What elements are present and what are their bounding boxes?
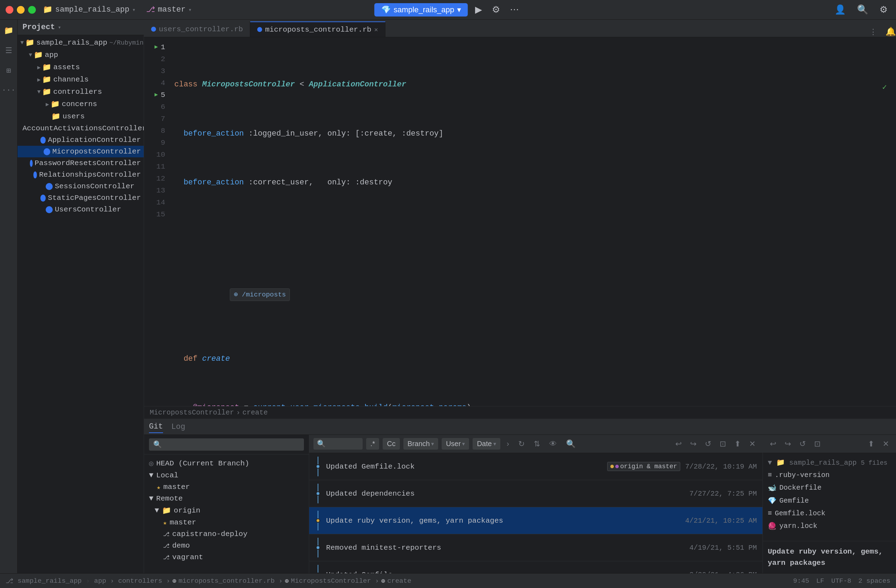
commit-item-2[interactable]: Updated dependencies 7/27/22, 7:25 PM (309, 480, 762, 507)
git-expand-icon[interactable]: ⬆ (865, 438, 877, 450)
tree-item-account-activations[interactable]: AccountActivationsController (18, 123, 144, 134)
git-folder-name: sample_rails_app (789, 459, 856, 467)
project-selector[interactable]: 📁 sample_rails_app ▾ (43, 5, 136, 14)
status-project[interactable]: sample_rails_app (18, 577, 82, 585)
code-content[interactable]: class MicropostsController < Application… (169, 37, 896, 406)
git-file-ruby-version[interactable]: ≡ .ruby-version (763, 469, 896, 481)
run-config-button[interactable]: 💎 sample_rails_app ▾ (374, 3, 468, 17)
git-head-item[interactable]: ◎ HEAD (Current Branch) (144, 457, 309, 470)
git-view-icon[interactable]: ⊡ (811, 438, 823, 450)
minimize-button[interactable] (17, 6, 24, 14)
git-local-master[interactable]: ★ master (144, 481, 309, 493)
line-num-11: 11 (144, 161, 165, 173)
tree-item-controllers[interactable]: ▼ 📁 controllers (18, 86, 144, 98)
tree-item-assets[interactable]: ▶ 📁 assets (18, 61, 144, 73)
close-button[interactable] (6, 6, 13, 14)
commit-msg-5: Updated Gemfile (326, 571, 684, 574)
git-file-gemfile[interactable]: 💎 Gemfile (763, 494, 896, 507)
view-icon[interactable]: ⊡ (717, 438, 729, 450)
tree-item-channels[interactable]: ▶ 📁 channels (18, 73, 144, 86)
redo-icon[interactable]: ↪ (687, 438, 699, 450)
close-panel-icon[interactable]: ✕ (746, 438, 758, 450)
undo-icon[interactable]: ↩ (672, 438, 684, 450)
notification-bell-icon[interactable]: 🔔 (885, 27, 896, 37)
status-git-icon[interactable]: ⎇ (6, 577, 13, 585)
search-commits-icon[interactable]: 🔍 (563, 438, 578, 450)
sidebar-icon-modules[interactable]: ⊞ (4, 64, 13, 78)
search-icon[interactable]: 🔍 (854, 3, 871, 17)
expand-up-icon[interactable]: ⬆ (731, 438, 744, 450)
tab-more-button[interactable]: ⋮ (864, 27, 883, 37)
tree-item-app[interactable]: ▼ 📁 app (18, 49, 144, 61)
refresh-icon[interactable]: ↻ (515, 438, 527, 450)
tree-item-users-controller[interactable]: UsersController (18, 204, 144, 215)
tab-close-icon[interactable]: ✕ (374, 26, 378, 34)
git-origin-master[interactable]: ★ master (144, 517, 309, 528)
git-right-right-tools: ⬆ ✕ (865, 438, 892, 450)
git-file-yarn-lock[interactable]: 🧶 yarn.lock (763, 519, 896, 533)
commit-item-5[interactable]: Updated Gemfile 3/30/21, 4:36 PM (309, 561, 762, 573)
tree-root[interactable]: ▼ 📁 sample_rails_app ~/RubymineProjects (18, 37, 144, 49)
git-origin-group[interactable]: ▼ 📁 origin (144, 504, 309, 517)
sidebar-icon-structure[interactable]: ☰ (3, 44, 14, 58)
commit-item-3[interactable]: Update ruby version, gems, yarn packages… (309, 507, 762, 534)
date-filter-button[interactable]: Date ▾ (472, 438, 500, 449)
status-method-icon: ⊕ (381, 577, 385, 585)
git-remote-group[interactable]: ▼ Remote (144, 493, 309, 504)
profile-icon[interactable]: 👤 (832, 3, 849, 17)
run-button[interactable]: ▶ (472, 3, 485, 17)
regex-filter-button[interactable]: .* (366, 438, 379, 449)
star-icon-master: ★ (163, 519, 167, 527)
revert-icon[interactable]: ↺ (702, 438, 714, 450)
branch-filter-button[interactable]: Branch ▾ (403, 438, 438, 449)
nav-right-icon[interactable]: › (504, 438, 512, 450)
code-editor[interactable]: ▶1 2 3 4 ▶5 6 7 8 9 10 11 12 13 14 15 (144, 37, 896, 419)
git-file-gemfile-lock[interactable]: ≡ Gemfile.lock (763, 507, 896, 519)
status-charset[interactable]: UTF-8 (831, 577, 851, 585)
more-actions-button[interactable]: ⋯ (507, 3, 522, 17)
tree-item-application-controller[interactable]: ApplicationController (18, 134, 144, 146)
tab-log[interactable]: Log (171, 421, 186, 433)
sidebar-icon-more[interactable]: ··· (0, 84, 18, 97)
user-filter-button[interactable]: User ▾ (442, 438, 469, 449)
git-search-input[interactable] (149, 439, 304, 451)
branch-fork-icon-vagrant: ⎇ (163, 554, 169, 561)
commit-item-1[interactable]: Updated Gemfile.lock origin & master 7/2… (309, 453, 762, 480)
git-file-dockerfile[interactable]: 🐋 Dockerfile (763, 481, 896, 494)
tree-item-microposts-controller[interactable]: MicropostsController (18, 146, 144, 157)
git-undo-icon[interactable]: ↩ (767, 438, 779, 450)
status-encoding[interactable]: LF (816, 577, 824, 585)
git-vagrant[interactable]: ⎇ vagrant (144, 551, 309, 563)
git-redo-icon[interactable]: ↪ (782, 438, 794, 450)
tab-users-controller[interactable]: users_controller.rb (144, 21, 250, 37)
folder-icon-group: ▼ 📁 (768, 459, 789, 467)
tree-item-concerns[interactable]: ▶ 📁 concerns (18, 98, 144, 110)
eye-icon[interactable]: 👁 (546, 438, 560, 450)
run-config-label: sample_rails_app (393, 5, 454, 14)
settings-gear-icon[interactable]: ⚙ (489, 3, 503, 17)
case-filter-button[interactable]: Cc (382, 438, 399, 449)
fetch-icon[interactable]: ⇅ (531, 438, 543, 450)
tree-item-sessions[interactable]: SessionsController (18, 181, 144, 192)
sidebar-icon-project[interactable]: 📁 (2, 24, 15, 38)
tree-item-static-pages[interactable]: StaticPagesController (18, 192, 144, 204)
branch-selector[interactable]: ⎇ master ▾ (146, 5, 192, 14)
tree-item-relationships[interactable]: RelationshipsController (18, 169, 144, 181)
git-close-icon[interactable]: ✕ (880, 438, 892, 450)
maximize-button[interactable] (28, 6, 36, 14)
traffic-lights (6, 6, 36, 14)
commit-item-4[interactable]: Removed minitest-reporters 4/19/21, 5:51… (309, 534, 762, 561)
git-commit-search[interactable]: 🔍 (314, 438, 363, 449)
tab-microposts-controller[interactable]: microposts_controller.rb ✕ (250, 21, 385, 37)
git-revert-icon[interactable]: ↺ (797, 438, 809, 450)
settings-icon[interactable]: ⚙ (877, 3, 890, 17)
tree-item-users-folder[interactable]: 📁 users (18, 110, 144, 123)
tab-git[interactable]: Git (149, 421, 163, 433)
status-indent[interactable]: 2 spaces (858, 577, 890, 585)
tree-item-sessions-label: SessionsController (55, 182, 134, 190)
git-local-group[interactable]: ▼ Local (144, 470, 309, 481)
tab-microposts-label: microposts_controller.rb (265, 26, 371, 34)
git-capistrano[interactable]: ⎇ capistrano-deploy (144, 528, 309, 540)
git-demo[interactable]: ⎇ demo (144, 540, 309, 551)
tree-item-password-resets[interactable]: PasswordResetsController (18, 157, 144, 169)
